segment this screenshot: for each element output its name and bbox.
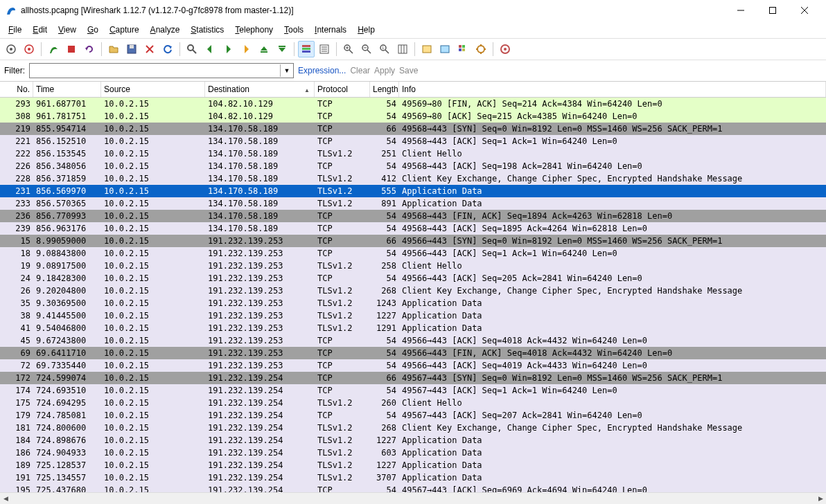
- preferences-button[interactable]: [473, 41, 489, 57]
- save-button[interactable]: [123, 41, 140, 57]
- cell-source: 10.0.2.15: [101, 297, 205, 309]
- column-header-protocol[interactable]: Protocol: [315, 82, 370, 97]
- close-file-button[interactable]: [141, 41, 158, 57]
- menu-help[interactable]: Help: [352, 23, 380, 37]
- packet-row[interactable]: 181724.80060010.0.2.15191.232.139.254TLS…: [0, 422, 826, 434]
- help-button[interactable]: [497, 41, 513, 57]
- packet-row[interactable]: 184724.89867610.0.2.15191.232.139.254TLS…: [0, 434, 826, 447]
- cell-no: 308: [0, 110, 33, 123]
- menu-go[interactable]: Go: [82, 23, 104, 37]
- maximize-button[interactable]: [757, 0, 789, 21]
- packet-row[interactable]: 231856.56997010.0.2.15134.170.58.189TLSv…: [0, 185, 826, 197]
- column-header-info[interactable]: Info: [399, 82, 826, 97]
- stop-capture-button[interactable]: [63, 41, 80, 57]
- packet-row[interactable]: 199.0891750010.0.2.15191.232.139.253TLSv…: [0, 260, 826, 272]
- menu-telephony[interactable]: Telephony: [229, 23, 279, 37]
- packet-row[interactable]: 172724.59907410.0.2.15191.232.139.254TCP…: [0, 372, 826, 384]
- cell-info: Client Hello: [399, 260, 826, 272]
- display-filters-button[interactable]: [437, 41, 453, 57]
- column-header-length[interactable]: Length: [370, 82, 399, 97]
- go-first-button[interactable]: [256, 41, 272, 57]
- packet-row[interactable]: 189725.12853710.0.2.15191.232.139.254TLS…: [0, 459, 826, 471]
- column-header-destination[interactable]: Destination: [205, 82, 315, 97]
- packet-row[interactable]: 239856.96317610.0.2.15134.170.58.189TCP5…: [0, 222, 826, 235]
- packet-list-pane[interactable]: No. Time Source Destination Protocol Len…: [0, 81, 826, 493]
- filter-dropdown-button[interactable]: ▼: [280, 64, 293, 77]
- packet-row[interactable]: 228856.37185910.0.2.15134.170.58.189TLSv…: [0, 172, 826, 185]
- cell-protocol: TLSv1.2: [315, 260, 370, 272]
- packet-row[interactable]: 221856.15251010.0.2.15134.170.58.189TCP5…: [0, 135, 826, 147]
- scroll-right-arrow[interactable]: ▶: [815, 494, 826, 503]
- cell-no: 35: [0, 297, 33, 309]
- menu-statistics[interactable]: Statistics: [185, 23, 229, 37]
- menu-edit[interactable]: Edit: [27, 23, 53, 37]
- packet-row[interactable]: 186724.90493310.0.2.15191.232.139.254TLS…: [0, 447, 826, 459]
- filter-input[interactable]: [30, 66, 280, 75]
- expression-button[interactable]: Expression...: [298, 66, 346, 75]
- menu-view[interactable]: View: [53, 23, 82, 37]
- packet-row[interactable]: 219855.95471410.0.2.15134.170.58.189TCP6…: [0, 123, 826, 135]
- packet-row[interactable]: 158.9905900010.0.2.15191.232.139.253TCP6…: [0, 235, 826, 247]
- find-button[interactable]: [184, 41, 200, 57]
- save-filter-button[interactable]: Save: [399, 66, 418, 75]
- scroll-left-arrow[interactable]: ◀: [0, 494, 11, 503]
- packet-row[interactable]: 269.2020480010.0.2.15191.232.139.253TLSv…: [0, 285, 826, 297]
- cell-source: 10.0.2.15: [101, 459, 205, 471]
- go-to-packet-button[interactable]: [238, 41, 254, 57]
- start-capture-button[interactable]: [45, 41, 62, 57]
- auto-scroll-button[interactable]: [316, 41, 333, 57]
- cell-source: 10.0.2.15: [101, 172, 205, 185]
- open-button[interactable]: [105, 41, 122, 57]
- close-button[interactable]: [789, 0, 820, 21]
- cell-destination: 191.232.139.254: [205, 384, 315, 397]
- packet-row[interactable]: 191725.13455710.0.2.15191.232.139.254TLS…: [0, 471, 826, 484]
- column-header-no[interactable]: No.: [0, 82, 33, 97]
- horizontal-scrollbar[interactable]: ◀ ▶: [0, 492, 826, 504]
- reload-button[interactable]: [159, 41, 176, 57]
- menu-analyze[interactable]: Analyze: [145, 23, 186, 37]
- packet-row[interactable]: 7269.733544010.0.2.15191.232.139.253TCP5…: [0, 359, 826, 372]
- options-button[interactable]: [21, 41, 37, 57]
- packet-row[interactable]: 236856.77099310.0.2.15134.170.58.189TCP5…: [0, 210, 826, 222]
- resize-columns-button[interactable]: [394, 41, 411, 57]
- packet-row[interactable]: 359.3036950010.0.2.15191.232.139.253TLSv…: [0, 297, 826, 309]
- packet-row[interactable]: 6969.641171010.0.2.15191.232.139.253TCP5…: [0, 347, 826, 359]
- packet-row[interactable]: 249.1842830010.0.2.15191.232.139.253TCP5…: [0, 272, 826, 285]
- column-header-time[interactable]: Time: [33, 82, 101, 97]
- packet-row[interactable]: 233856.57036510.0.2.15134.170.58.189TLSv…: [0, 197, 826, 210]
- zoom-reset-button[interactable]: 1: [376, 41, 393, 57]
- capture-filters-button[interactable]: [419, 41, 435, 57]
- packet-row[interactable]: 222856.15354510.0.2.15134.170.58.189TLSv…: [0, 147, 826, 160]
- packet-row[interactable]: 189.0884380010.0.2.15191.232.139.253TCP5…: [0, 247, 826, 260]
- clear-button[interactable]: Clear: [350, 66, 370, 75]
- column-header-source[interactable]: Source: [101, 82, 205, 97]
- cell-time: 856.570365: [33, 197, 101, 210]
- colorize-button[interactable]: [298, 41, 315, 57]
- zoom-in-button[interactable]: [340, 41, 357, 57]
- packet-row[interactable]: 419.5404680010.0.2.15191.232.139.253TLSv…: [0, 322, 826, 334]
- coloring-rules-button[interactable]: [455, 41, 471, 57]
- packet-row[interactable]: 179724.78508110.0.2.15191.232.139.254TCP…: [0, 409, 826, 422]
- go-last-button[interactable]: [274, 41, 290, 57]
- menu-capture[interactable]: Capture: [104, 23, 145, 37]
- restart-capture-button[interactable]: [81, 41, 98, 57]
- menu-internals[interactable]: Internals: [309, 23, 352, 37]
- go-forward-button[interactable]: [220, 41, 236, 57]
- packet-row[interactable]: 293961.68770110.0.2.15104.82.10.129TCP54…: [0, 98, 826, 110]
- cell-length: 268: [370, 422, 399, 434]
- packet-row[interactable]: 175724.69429510.0.2.15191.232.139.254TLS…: [0, 397, 826, 409]
- interfaces-button[interactable]: [3, 41, 19, 57]
- packet-row[interactable]: 389.4144550010.0.2.15191.232.139.253TLSv…: [0, 309, 826, 322]
- cell-time: 725.134557: [33, 471, 101, 484]
- packet-row[interactable]: 308961.78175110.0.2.15104.82.10.129TCP54…: [0, 110, 826, 123]
- packet-row[interactable]: 459.6724380010.0.2.15191.232.139.253TCP5…: [0, 334, 826, 347]
- zoom-out-button[interactable]: [358, 41, 375, 57]
- go-back-button[interactable]: [202, 41, 218, 57]
- menu-tools[interactable]: Tools: [279, 23, 309, 37]
- menu-file[interactable]: File: [3, 23, 27, 37]
- apply-button[interactable]: Apply: [374, 66, 395, 75]
- packet-row[interactable]: 174724.69351010.0.2.15191.232.139.254TCP…: [0, 384, 826, 397]
- minimize-button[interactable]: [725, 0, 757, 21]
- cell-time: 856.371859: [33, 172, 101, 185]
- packet-row[interactable]: 226856.34805610.0.2.15134.170.58.189TCP5…: [0, 160, 826, 172]
